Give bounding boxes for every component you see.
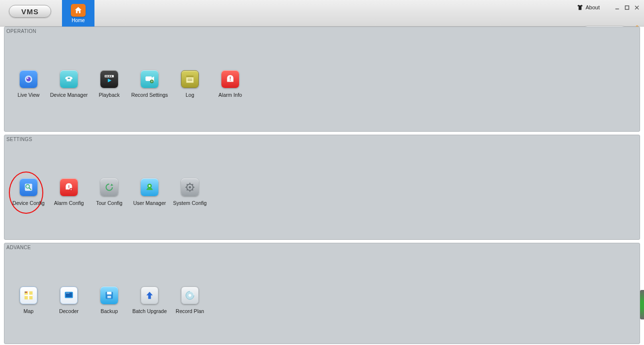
- svg-point-37: [189, 186, 191, 189]
- about-button[interactable]: About: [577, 4, 600, 11]
- decoder-label: Decoder: [59, 308, 79, 314]
- section-operation-title: OPERATION: [6, 29, 36, 34]
- svg-line-43: [192, 190, 193, 191]
- record-plan-app[interactable]: Record Plan: [170, 287, 210, 314]
- record-plan-label: Record Plan: [176, 308, 204, 314]
- svg-point-62: [188, 294, 191, 297]
- playback-app[interactable]: Playback: [89, 70, 129, 98]
- section-settings: SETTINGS Device Config ! Alarm Config To…: [4, 135, 640, 240]
- tab-home-label: Home: [72, 18, 85, 23]
- close-button[interactable]: [633, 4, 640, 11]
- svg-rect-23: [186, 76, 194, 78]
- svg-marker-18: [108, 79, 111, 82]
- log-app[interactable]: Log: [170, 70, 210, 98]
- batch-upgrade-app[interactable]: Batch Upgrade: [129, 287, 170, 314]
- svg-rect-50: [25, 292, 26, 293]
- app-logo: VMS: [9, 5, 51, 18]
- svg-rect-12: [66, 80, 71, 82]
- map-label: Map: [24, 308, 33, 314]
- side-handle[interactable]: [640, 290, 644, 319]
- section-advance: ADVANCE Map Decoder Backup: [4, 243, 640, 344]
- user-manager-app[interactable]: User Manager: [129, 178, 170, 206]
- record-settings-label: Record Settings: [131, 92, 168, 98]
- system-config-label: System Config: [173, 200, 207, 206]
- advance-icons: Map Decoder Backup Batch Upgrade: [8, 287, 210, 314]
- playback-label: Playback: [99, 92, 120, 98]
- device-manager-app[interactable]: Device Manager: [49, 70, 89, 98]
- svg-line-42: [187, 184, 188, 185]
- svg-line-44: [187, 190, 188, 191]
- tour-config-icon: [100, 178, 118, 196]
- svg-rect-57: [107, 292, 111, 295]
- svg-point-32: [69, 188, 72, 191]
- device-config-app[interactable]: Device Config: [8, 178, 49, 206]
- shirt-icon: [577, 4, 583, 11]
- map-icon: [20, 287, 37, 304]
- svg-rect-15: [107, 76, 108, 77]
- alarm-info-app[interactable]: ! Alarm Info: [210, 70, 250, 98]
- alarm-info-icon: !: [221, 70, 239, 88]
- svg-point-53: [66, 293, 67, 293]
- device-config-icon: [20, 178, 37, 196]
- user-manager-icon: [141, 178, 158, 196]
- svg-text:!: !: [229, 76, 231, 82]
- backup-label: Backup: [100, 308, 118, 314]
- decoder-icon: [60, 287, 78, 304]
- log-icon: [181, 70, 199, 88]
- svg-rect-17: [111, 76, 112, 77]
- titlebar: VMS Home About: [0, 0, 644, 27]
- backup-icon: [100, 287, 118, 304]
- record-plan-icon: [181, 287, 199, 304]
- record-settings-app[interactable]: Record Settings: [129, 70, 170, 98]
- section-operation: OPERATION Live View Device Manager Playb…: [4, 27, 640, 132]
- svg-point-8: [26, 77, 31, 81]
- svg-rect-24: [186, 77, 194, 83]
- alarm-config-icon: !: [60, 178, 78, 196]
- operation-icons: Live View Device Manager Playback Record…: [8, 70, 250, 98]
- decoder-app[interactable]: Decoder: [49, 287, 89, 314]
- live-view-icon: [20, 70, 37, 88]
- svg-line-45: [192, 184, 193, 185]
- device-manager-icon: [60, 70, 78, 88]
- live-view-app[interactable]: Live View: [8, 70, 49, 98]
- svg-point-54: [67, 293, 68, 293]
- svg-point-11: [67, 78, 70, 79]
- svg-point-35: [149, 185, 151, 187]
- tour-config-app[interactable]: Tour Config: [89, 178, 129, 206]
- svg-rect-1: [625, 5, 628, 9]
- live-view-label: Live View: [18, 92, 40, 98]
- batch-upgrade-icon: [141, 287, 158, 304]
- svg-text:!: !: [68, 184, 69, 189]
- svg-marker-34: [111, 184, 114, 186]
- maximize-button[interactable]: [623, 4, 630, 11]
- svg-rect-58: [107, 296, 111, 298]
- map-app[interactable]: Map: [8, 287, 49, 314]
- user-manager-label: User Manager: [133, 200, 166, 206]
- alarm-config-app[interactable]: ! Alarm Config: [49, 178, 89, 206]
- alarm-info-label: Alarm Info: [218, 92, 242, 98]
- svg-rect-14: [106, 76, 107, 77]
- tab-home[interactable]: Home: [62, 0, 94, 27]
- titlebar-right: About: [577, 4, 640, 11]
- svg-marker-59: [147, 292, 153, 299]
- svg-point-21: [150, 80, 153, 83]
- system-config-app[interactable]: System Config: [170, 178, 210, 206]
- home-icon: [71, 4, 86, 17]
- log-label: Log: [185, 92, 194, 98]
- svg-point-9: [27, 78, 29, 79]
- minimize-button[interactable]: [613, 4, 620, 11]
- record-settings-icon: [141, 70, 158, 88]
- svg-rect-16: [109, 76, 110, 77]
- system-config-icon: [181, 178, 199, 196]
- tour-config-label: Tour Config: [96, 200, 123, 206]
- batch-upgrade-label: Batch Upgrade: [132, 308, 167, 314]
- backup-app[interactable]: Backup: [89, 287, 129, 314]
- section-advance-title: ADVANCE: [6, 245, 31, 250]
- alarm-config-label: Alarm Config: [54, 200, 84, 206]
- svg-point-55: [68, 293, 69, 293]
- playback-icon: [100, 70, 118, 88]
- main-content: OPERATION Live View Device Manager Playb…: [0, 27, 644, 345]
- device-config-label: Device Config: [12, 200, 44, 206]
- about-label: About: [585, 4, 600, 10]
- device-manager-label: Device Manager: [50, 92, 88, 98]
